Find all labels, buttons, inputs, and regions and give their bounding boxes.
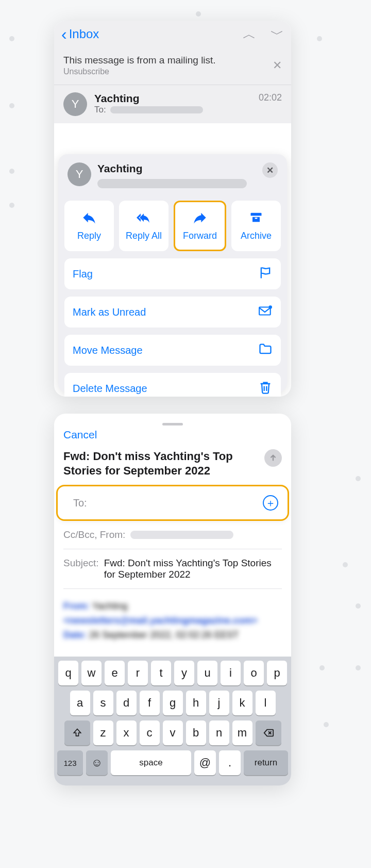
subject-label: Subject: bbox=[63, 558, 99, 569]
delete-key[interactable] bbox=[256, 720, 281, 745]
sender-name: Yachting bbox=[94, 92, 203, 105]
key-o[interactable]: o bbox=[244, 661, 264, 685]
send-button[interactable] bbox=[264, 449, 282, 467]
to-label: To: bbox=[94, 105, 106, 115]
close-icon[interactable]: ✕ bbox=[273, 59, 282, 72]
reply-icon bbox=[82, 210, 96, 227]
next-message-icon[interactable]: ﹀ bbox=[271, 25, 284, 43]
key-w[interactable]: w bbox=[81, 661, 102, 685]
svg-point-2 bbox=[268, 305, 272, 308]
keyboard: qwertyuiop asdfghjkl zxcvbnm 123 ☺ space… bbox=[54, 657, 291, 785]
avatar: Y bbox=[68, 162, 91, 186]
reply-button[interactable]: Reply bbox=[64, 201, 114, 251]
key-d[interactable]: d bbox=[116, 691, 137, 715]
key-p[interactable]: p bbox=[267, 661, 287, 685]
key-a[interactable]: a bbox=[70, 691, 90, 715]
space-key[interactable]: space bbox=[111, 750, 191, 775]
key-i[interactable]: i bbox=[221, 661, 241, 685]
return-key[interactable]: return bbox=[244, 750, 288, 775]
subject-field[interactable]: Subject: Fwd: Don't miss Yachting's Top … bbox=[63, 549, 282, 589]
key-t[interactable]: t bbox=[151, 661, 171, 685]
key-l[interactable]: l bbox=[256, 691, 276, 715]
forward-icon bbox=[193, 210, 207, 227]
add-contact-icon[interactable]: ＋ bbox=[263, 495, 278, 511]
flag-icon bbox=[258, 266, 273, 282]
folder-icon bbox=[258, 342, 273, 358]
sheet-grabber[interactable] bbox=[162, 423, 183, 425]
key-z[interactable]: z bbox=[93, 720, 113, 745]
back-button[interactable]: Inbox bbox=[69, 27, 99, 41]
reply-all-label: Reply All bbox=[126, 231, 162, 241]
key-y[interactable]: y bbox=[174, 661, 194, 685]
compose-screen: Cancel Fwd: Don't miss Yachting's Top St… bbox=[54, 414, 291, 785]
cancel-button[interactable]: Cancel bbox=[63, 429, 282, 441]
mark-unread-row[interactable]: Mark as Unread bbox=[64, 297, 281, 327]
message-header: Y Yachting To: 02:02 bbox=[54, 85, 291, 123]
at-key[interactable]: @ bbox=[194, 750, 216, 775]
key-v[interactable]: v bbox=[163, 720, 183, 745]
flag-label: Flag bbox=[73, 268, 93, 280]
subject-value: Fwd: Don't miss Yachting's Top Stories f… bbox=[104, 558, 282, 580]
archive-button[interactable]: Archive bbox=[231, 201, 281, 251]
key-e[interactable]: e bbox=[105, 661, 125, 685]
reply-label: Reply bbox=[77, 231, 101, 241]
key-c[interactable]: c bbox=[140, 720, 160, 745]
key-x[interactable]: x bbox=[116, 720, 137, 745]
key-u[interactable]: u bbox=[197, 661, 217, 685]
prev-message-icon[interactable]: ︿ bbox=[243, 25, 256, 43]
subject-redacted bbox=[97, 179, 247, 188]
key-f[interactable]: f bbox=[140, 691, 160, 715]
action-sheet: Y Yachting ✕ Reply Reply All bbox=[58, 154, 287, 392]
avatar: Y bbox=[63, 92, 87, 116]
shift-key[interactable] bbox=[64, 720, 90, 745]
mailing-list-banner: This message is from a mailing list. Uns… bbox=[54, 47, 291, 85]
dot-key[interactable]: . bbox=[219, 750, 241, 775]
back-chevron-icon[interactable]: ‹ bbox=[61, 26, 67, 42]
key-s[interactable]: s bbox=[93, 691, 113, 715]
key-m[interactable]: m bbox=[232, 720, 252, 745]
to-field[interactable]: To: ＋ bbox=[56, 485, 289, 521]
ccbcc-label: Cc/Bcc, From: bbox=[63, 529, 125, 541]
close-icon[interactable]: ✕ bbox=[262, 162, 278, 178]
key-n[interactable]: n bbox=[209, 720, 229, 745]
move-message-label: Move Message bbox=[73, 345, 143, 356]
compose-body[interactable]: From: Yachting <newsletters@mail.yachtin… bbox=[63, 599, 282, 661]
key-k[interactable]: k bbox=[232, 691, 252, 715]
key-g[interactable]: g bbox=[163, 691, 183, 715]
key-b[interactable]: b bbox=[186, 720, 206, 745]
to-redacted bbox=[110, 106, 203, 113]
numbers-key[interactable]: 123 bbox=[57, 750, 83, 775]
key-q[interactable]: q bbox=[58, 661, 78, 685]
delete-message-label: Delete Message bbox=[73, 383, 147, 395]
archive-icon bbox=[249, 210, 263, 227]
mark-unread-label: Mark as Unread bbox=[73, 306, 146, 318]
trash-icon bbox=[258, 380, 273, 397]
flag-row[interactable]: Flag bbox=[64, 258, 281, 289]
emoji-key[interactable]: ☺ bbox=[86, 750, 108, 775]
ccbcc-field[interactable]: Cc/Bcc, From: bbox=[63, 521, 282, 549]
from-redacted bbox=[130, 531, 233, 539]
forward-button[interactable]: Forward bbox=[174, 201, 226, 251]
mail-message-screen: ‹ Inbox ︿ ﹀ This message is from a maili… bbox=[54, 21, 291, 397]
archive-label: Archive bbox=[241, 231, 272, 241]
compose-subject-title: Fwd: Don't miss Yachting's Top Stories f… bbox=[63, 449, 259, 478]
sender-name: Yachting bbox=[97, 162, 247, 175]
key-h[interactable]: h bbox=[186, 691, 206, 715]
message-time: 02:02 bbox=[259, 92, 282, 103]
delete-message-row[interactable]: Delete Message bbox=[64, 373, 281, 397]
envelope-icon bbox=[258, 304, 273, 320]
to-label: To: bbox=[73, 497, 87, 509]
move-message-row[interactable]: Move Message bbox=[64, 335, 281, 366]
forward-label: Forward bbox=[183, 231, 217, 241]
mailing-list-label: This message is from a mailing list. bbox=[63, 55, 216, 66]
svg-rect-1 bbox=[259, 307, 271, 315]
svg-rect-0 bbox=[251, 213, 262, 216]
reply-all-icon bbox=[137, 210, 151, 227]
key-j[interactable]: j bbox=[209, 691, 229, 715]
navbar: ‹ Inbox ︿ ﹀ bbox=[54, 21, 291, 47]
key-r[interactable]: r bbox=[128, 661, 148, 685]
unsubscribe-link[interactable]: Unsubscribe bbox=[63, 67, 216, 76]
reply-all-button[interactable]: Reply All bbox=[119, 201, 168, 251]
